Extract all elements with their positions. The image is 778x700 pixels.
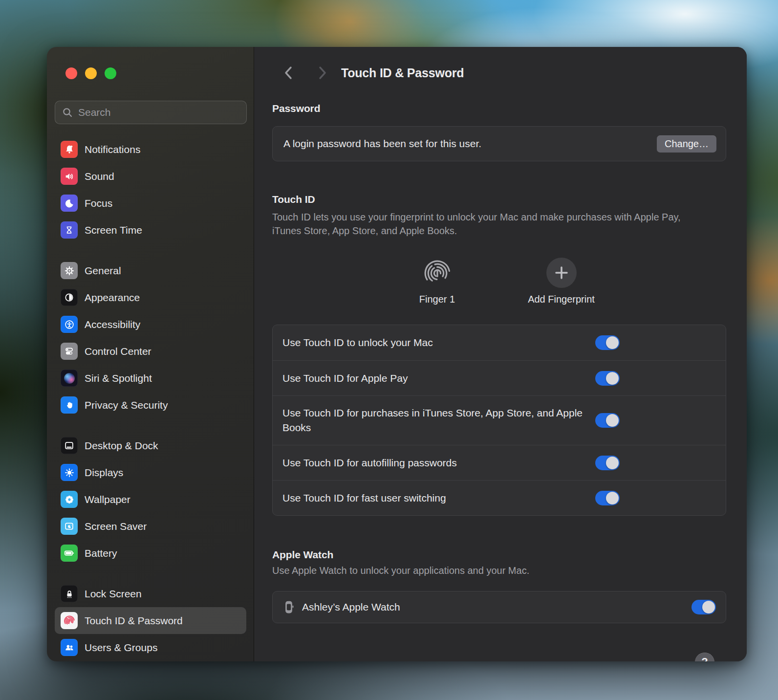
toggles-icon: [61, 343, 78, 360]
toggle-switch[interactable]: [595, 413, 620, 428]
toggle-row: Use Touch ID for autofilling passwords: [273, 445, 726, 480]
toggle-row: Use Touch ID for Apple Pay: [273, 360, 726, 395]
sidebar-item-label: Desktop & Dock: [85, 440, 158, 452]
sidebar-item-desktop-dock[interactable]: Desktop & Dock: [55, 432, 246, 459]
sidebar-item-focus[interactable]: Focus: [55, 190, 246, 217]
sidebar-item-label: Screen Saver: [85, 521, 147, 532]
zoom-window-button[interactable]: [105, 67, 116, 79]
sidebar-item-label: Lock Screen: [85, 588, 142, 600]
screensaver-icon: [61, 518, 78, 535]
add-fingerprint-button[interactable]: Add Fingerprint: [510, 257, 613, 305]
sidebar-group: Lock Screen Touch ID & PasswordUsers & G…: [55, 580, 246, 661]
fingerprint-label: Finger 1: [419, 293, 455, 305]
password-card: A login password has been set for this u…: [272, 126, 726, 161]
toggle-row-label: Use Touch ID for purchases in iTunes Sto…: [282, 396, 595, 445]
toggle-switch[interactable]: [595, 371, 620, 386]
sidebar-item-label: Sound: [85, 171, 114, 182]
sidebar-item-label: Focus: [85, 197, 112, 209]
toggle-row: Use Touch ID to unlock your Mac: [273, 325, 726, 360]
chevron-left-icon: [283, 66, 294, 80]
apple-watch-device-label: Ashley’s Apple Watch: [302, 601, 692, 613]
sidebar-item-displays[interactable]: Displays: [55, 459, 246, 486]
sidebar-item-label: Accessibility: [85, 319, 140, 330]
chevron-right-icon: [317, 66, 328, 80]
toggle-row: Use Touch ID for fast user switching: [273, 480, 726, 515]
bell-icon: [61, 141, 78, 158]
sidebar-nav: NotificationsSoundFocusScreen TimeGenera…: [55, 136, 246, 661]
back-button[interactable]: [281, 64, 296, 82]
sidebar-item-label: Battery: [85, 547, 117, 559]
window-controls: [65, 67, 116, 79]
sidebar-group: NotificationsSoundFocusScreen Time: [55, 136, 246, 243]
apple-watch-card: Ashley’s Apple Watch: [272, 591, 726, 623]
toggle-switch[interactable]: [595, 456, 620, 470]
password-section-title: Password: [272, 102, 726, 115]
search-field[interactable]: Search: [55, 101, 247, 124]
gear-icon: [61, 262, 78, 279]
sidebar-item-battery[interactable]: Battery: [55, 540, 246, 567]
sidebar-item-users-groups[interactable]: Users & Groups: [55, 634, 246, 661]
hand-icon: [61, 396, 78, 414]
sidebar-item-accessibility[interactable]: Accessibility: [55, 311, 246, 338]
touch-id-section-title: Touch ID: [272, 193, 726, 206]
sidebar-item-touch-id-password[interactable]: Touch ID & Password: [55, 607, 246, 634]
lock-icon: [61, 585, 78, 602]
sidebar-item-label: Users & Groups: [85, 642, 157, 654]
fingerprint-pink-icon: [61, 612, 78, 629]
change-password-button[interactable]: Change…: [657, 135, 716, 153]
minimize-window-button[interactable]: [85, 67, 97, 79]
sidebar-item-general[interactable]: General: [55, 257, 246, 284]
sidebar-item-label: Touch ID & Password: [85, 615, 183, 627]
sidebar-item-screen-saver[interactable]: Screen Saver: [55, 513, 246, 540]
users-icon: [61, 639, 78, 656]
fingerprint-row: Finger 1 Add Fingerprint: [272, 257, 726, 305]
touch-id-description: Touch ID lets you use your fingerprint t…: [272, 210, 688, 238]
sidebar-item-label: Appearance: [85, 292, 140, 304]
speaker-icon: [61, 168, 78, 185]
sidebar-item-lock-screen[interactable]: Lock Screen: [55, 580, 246, 607]
system-settings-window: Search NotificationsSoundFocusScreen Tim…: [47, 47, 747, 661]
touch-id-toggles-card: Use Touch ID to unlock your MacUse Touch…: [272, 325, 726, 516]
fingerprint-icon: [423, 257, 452, 288]
sidebar-group: Desktop & DockDisplaysWallpaperScreen Sa…: [55, 432, 246, 567]
apple-watch-section-title: Apple Watch: [272, 548, 726, 562]
sidebar-item-privacy-security[interactable]: Privacy & Security: [55, 392, 246, 418]
sidebar-item-label: Displays: [85, 467, 123, 479]
dock-icon: [61, 437, 78, 454]
toggle-switch[interactable]: [595, 335, 620, 350]
sidebar-item-label: Wallpaper: [85, 494, 130, 505]
sidebar-item-wallpaper[interactable]: Wallpaper: [55, 486, 246, 513]
flower-icon: [61, 491, 78, 508]
hourglass-icon: [61, 221, 78, 239]
sidebar-item-control-center[interactable]: Control Center: [55, 338, 246, 365]
search-icon: [62, 107, 73, 118]
sidebar-item-label: Siri & Spotlight: [85, 372, 152, 384]
pane-header: Touch ID & Password: [272, 64, 726, 82]
close-window-button[interactable]: [65, 67, 77, 79]
sidebar-item-label: Privacy & Security: [85, 399, 168, 411]
sidebar-item-appearance[interactable]: Appearance: [55, 284, 246, 311]
apple-watch-toggle[interactable]: [692, 600, 716, 614]
sun-icon: [61, 464, 78, 481]
contrast-icon: [61, 289, 78, 306]
page-title: Touch ID & Password: [341, 66, 464, 80]
fingerprint-finger-1[interactable]: Finger 1: [386, 257, 489, 305]
toggle-row-label: Use Touch ID for fast user switching: [282, 481, 595, 515]
help-button[interactable]: ?: [695, 653, 714, 661]
sidebar-item-notifications[interactable]: Notifications: [55, 136, 246, 163]
toggle-row: Use Touch ID for purchases in iTunes Sto…: [273, 395, 726, 445]
toggle-switch[interactable]: [595, 491, 620, 505]
password-status-text: A login password has been set for this u…: [283, 138, 657, 150]
accessibility-icon: [61, 316, 78, 333]
siri-icon: [61, 370, 78, 387]
apple-watch-description: Use Apple Watch to unlock your applicati…: [272, 564, 688, 577]
add-fingerprint-label: Add Fingerprint: [528, 293, 595, 305]
sidebar-item-sound[interactable]: Sound: [55, 163, 246, 190]
sidebar-item-label: General: [85, 265, 121, 277]
sidebar-item-label: Control Center: [85, 346, 151, 357]
forward-button[interactable]: [315, 64, 330, 82]
sidebar-item-screen-time[interactable]: Screen Time: [55, 217, 246, 243]
toggle-row-label: Use Touch ID for Apple Pay: [282, 361, 595, 395]
sidebar-item-siri-spotlight[interactable]: Siri & Spotlight: [55, 365, 246, 392]
battery-icon: [61, 545, 78, 562]
